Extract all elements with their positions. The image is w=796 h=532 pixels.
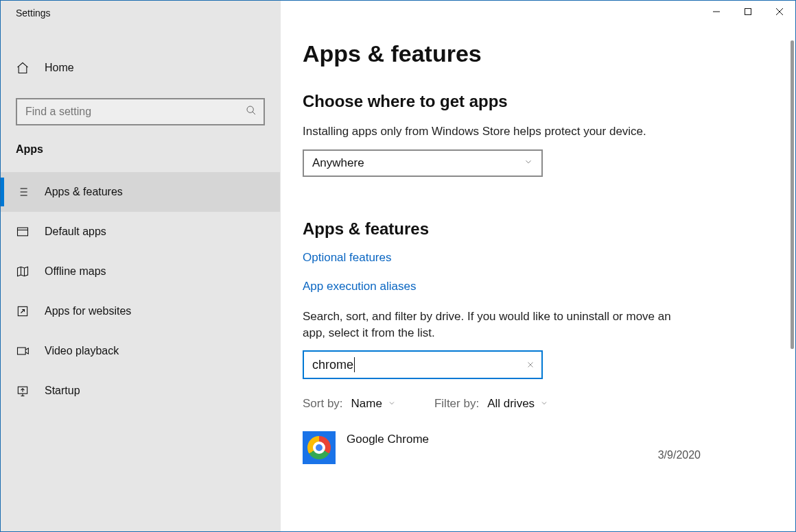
sidebar-section-label: Apps (1, 136, 280, 165)
sort-by-label: Sort by: (303, 397, 343, 411)
svg-point-0 (247, 106, 253, 112)
nav-startup[interactable]: Startup (1, 371, 280, 411)
titlebar (1, 1, 795, 25)
nav-label: Offline maps (45, 265, 106, 278)
nav-default-apps[interactable]: Default apps (1, 212, 280, 252)
defaults-icon (16, 225, 30, 239)
home-icon (16, 61, 30, 75)
app-execution-aliases-link[interactable]: App execution aliases (303, 280, 795, 293)
nav-video-playback[interactable]: Video playback (1, 331, 280, 371)
content: Apps & features Choose where to get apps… (281, 1, 795, 531)
home-label: Home (45, 62, 74, 74)
apps-search-value: chrome (312, 358, 353, 372)
nav-label: Video playback (45, 345, 119, 357)
svg-line-1 (253, 112, 255, 114)
app-install-date: 3/9/2020 (658, 449, 701, 461)
filter-by-value: All drives (487, 397, 535, 411)
nav-apps-for-websites[interactable]: Apps for websites (1, 291, 280, 331)
apps-description: Search, sort, and filter by drive. If yo… (303, 309, 673, 341)
dropdown-value: Anywhere (312, 156, 364, 170)
nav-label: Apps & features (45, 186, 123, 198)
sidebar-search-input[interactable] (25, 106, 240, 118)
chevron-down-icon (540, 397, 548, 411)
map-icon (16, 265, 30, 278)
clear-search-icon[interactable] (526, 358, 535, 372)
app-name: Google Chrome (347, 431, 429, 446)
nav-apps-features[interactable]: Apps & features (1, 172, 280, 212)
apps-features-heading: Apps & features (303, 219, 795, 239)
sidebar-search[interactable] (16, 98, 265, 125)
scrollbar[interactable] (791, 40, 794, 349)
page-title: Apps & features (303, 40, 795, 67)
nav-label: Apps for websites (45, 305, 131, 317)
video-icon (16, 344, 30, 358)
sidebar-nav: Apps & features Default apps Offline map… (1, 165, 280, 411)
choose-apps-heading: Choose where to get apps (303, 92, 795, 111)
search-icon (246, 105, 257, 119)
optional-features-link[interactable]: Optional features (303, 251, 795, 265)
text-caret (354, 357, 355, 372)
sidebar: Settings Home Apps Apps & features (1, 1, 281, 531)
sort-by-value: Name (351, 397, 382, 411)
nav-offline-maps[interactable]: Offline maps (1, 252, 280, 291)
list-icon (16, 185, 30, 199)
apps-search-input[interactable]: chrome (303, 350, 543, 379)
sort-by-control[interactable]: Sort by: Name (303, 397, 396, 411)
startup-icon (16, 384, 30, 398)
minimize-button[interactable] (701, 1, 732, 23)
nav-label: Startup (45, 385, 80, 397)
chevron-down-icon (524, 156, 533, 170)
close-button[interactable] (764, 1, 795, 23)
svg-rect-8 (18, 228, 28, 236)
filter-by-label: Filter by: (434, 397, 479, 411)
chevron-down-icon (388, 397, 396, 411)
choose-apps-description: Installing apps only from Windows Store … (303, 123, 728, 140)
maximize-button[interactable] (732, 1, 764, 23)
svg-rect-13 (18, 348, 26, 354)
svg-rect-20 (745, 9, 751, 15)
app-list-item[interactable]: Google Chrome 3/9/2020 (303, 431, 694, 464)
nav-label: Default apps (45, 226, 106, 238)
home-button[interactable]: Home (1, 50, 280, 86)
launch-icon (16, 304, 30, 318)
filter-by-control[interactable]: Filter by: All drives (434, 397, 548, 411)
chrome-icon (303, 431, 336, 464)
app-source-dropdown[interactable]: Anywhere (303, 149, 543, 177)
